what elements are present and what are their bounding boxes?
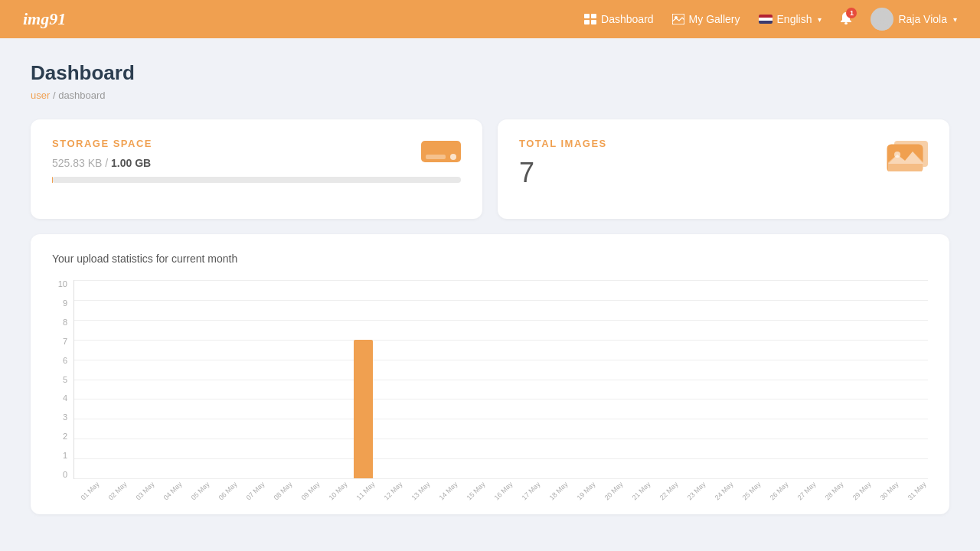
y-label: 8 <box>52 318 67 327</box>
bar-slot <box>790 280 818 478</box>
bar-slot <box>570 280 597 478</box>
bar-slot <box>377 280 405 478</box>
top-nav: Dashboard My Gallery English ▾ 1 <box>584 8 957 31</box>
x-label: 14 May <box>436 478 461 504</box>
nav-dashboard[interactable]: Dashboard <box>584 13 654 25</box>
svg-rect-0 <box>584 14 590 18</box>
y-label: 5 <box>52 376 67 384</box>
user-menu[interactable]: Raja Viola ▾ <box>871 8 957 31</box>
cards-row: STORAGE SPACE 525.83 KB / 1.00 GB TOTAL … <box>31 119 949 219</box>
storage-used: 525.83 KB <box>52 157 102 169</box>
x-label: 13 May <box>408 478 433 504</box>
notifications-button[interactable]: 1 <box>840 12 852 26</box>
storage-progress-bar <box>52 177 461 183</box>
y-label: 4 <box>52 394 67 403</box>
bar-slot <box>102 280 129 478</box>
y-label: 2 <box>52 432 67 441</box>
x-label: 21 May <box>629 478 654 504</box>
svg-point-7 <box>877 11 887 21</box>
x-axis: 01 May02 May03 May04 May05 May06 May07 M… <box>74 482 928 496</box>
chart-container: 012345678910 01 May02 May03 May04 May05 … <box>52 280 928 496</box>
breadcrumb-user[interactable]: user <box>31 90 50 101</box>
x-label: 09 May <box>298 478 323 504</box>
lang-chevron-icon: ▾ <box>818 15 822 24</box>
x-label: 17 May <box>518 478 544 504</box>
x-label: 22 May <box>656 478 681 504</box>
y-label: 7 <box>52 337 67 346</box>
chart-bar <box>354 340 373 478</box>
gallery-nav-icon <box>672 14 684 24</box>
storage-total: 1.00 GB <box>111 157 151 169</box>
chart-plot <box>74 280 928 479</box>
x-label: 27 May <box>794 478 819 504</box>
x-label: 18 May <box>546 478 571 504</box>
x-label: 11 May <box>353 478 378 504</box>
x-label: 23 May <box>684 478 709 504</box>
bar-slot <box>185 280 212 478</box>
app-logo[interactable]: img91 <box>23 9 66 29</box>
nav-gallery[interactable]: My Gallery <box>672 13 740 25</box>
bar-slot <box>74 280 102 478</box>
dashboard-icon <box>584 14 596 24</box>
chart-card: Your upload statistics for current month… <box>31 234 949 514</box>
x-label: 25 May <box>739 478 764 504</box>
bar-slot <box>267 280 295 478</box>
bar-slot <box>597 280 625 478</box>
bar-slot <box>845 280 873 478</box>
bar-slot <box>652 280 680 478</box>
y-label: 1 <box>52 452 67 460</box>
images-icon <box>887 135 931 174</box>
storage-card: STORAGE SPACE 525.83 KB / 1.00 GB <box>31 119 482 219</box>
notification-badge: 1 <box>846 8 857 18</box>
x-label: 04 May <box>160 478 185 504</box>
bar-slot <box>873 280 900 478</box>
breadcrumb: user / dashboard <box>31 90 949 101</box>
x-label: 29 May <box>849 478 874 504</box>
y-label: 0 <box>52 471 67 479</box>
bar-slot <box>818 280 845 478</box>
x-label: 02 May <box>105 478 130 504</box>
svg-rect-10 <box>426 155 446 159</box>
main-header: img91 Dashboard My Gallery English ▾ <box>0 0 980 38</box>
bar-slot <box>515 280 543 478</box>
bar-slot <box>433 280 460 478</box>
bar-slot <box>129 280 157 478</box>
x-label: 31 May <box>904 478 929 504</box>
x-label: 28 May <box>822 478 847 504</box>
x-label: 16 May <box>491 478 516 504</box>
bar-slot <box>240 280 267 478</box>
bar-slot <box>763 280 790 478</box>
bars-wrapper <box>74 280 928 478</box>
y-label: 3 <box>52 413 67 422</box>
chart-area: 012345678910 <box>52 280 928 479</box>
images-card-title: TOTAL IMAGES <box>519 138 928 149</box>
y-label: 10 <box>52 280 67 289</box>
user-chevron-icon: ▾ <box>953 15 957 24</box>
svg-point-8 <box>874 23 890 31</box>
images-card: TOTAL IMAGES 7 <box>498 119 949 219</box>
bar-slot <box>212 280 240 478</box>
x-label: 08 May <box>270 478 296 504</box>
main-content: Dashboard user / dashboard STORAGE SPACE… <box>0 38 980 537</box>
x-label: 19 May <box>573 478 599 504</box>
images-count: 7 <box>519 157 928 189</box>
page-title: Dashboard <box>31 61 949 85</box>
x-label: 24 May <box>711 478 737 504</box>
svg-rect-3 <box>591 20 596 24</box>
bar-slot <box>350 280 377 478</box>
chart-title: Your upload statistics for current month <box>52 253 928 265</box>
y-label: 6 <box>52 357 67 365</box>
y-label: 9 <box>52 299 67 308</box>
x-label: 10 May <box>325 478 351 504</box>
bar-slot <box>460 280 488 478</box>
language-selector[interactable]: English ▾ <box>759 13 822 25</box>
flag-icon <box>759 15 773 24</box>
svg-point-11 <box>450 154 456 160</box>
bar-slot <box>900 280 928 478</box>
bar-slot <box>735 280 763 478</box>
x-label: 26 May <box>766 478 792 504</box>
bar-slot <box>405 280 433 478</box>
x-label: 05 May <box>188 478 213 504</box>
storage-card-title: STORAGE SPACE <box>52 138 461 149</box>
bar-slot <box>542 280 570 478</box>
